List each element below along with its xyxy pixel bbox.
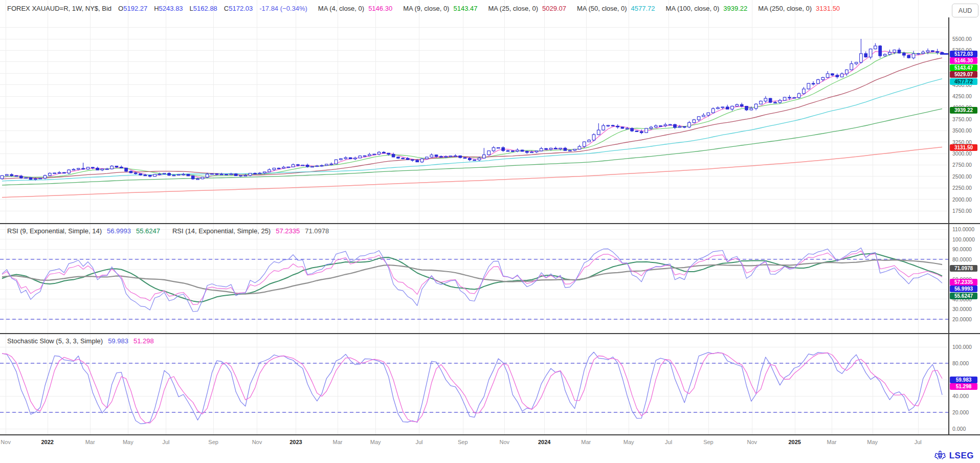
stoch-k-value: 59.983 [108,337,128,345]
rsi14-ma-value: 71.0978 [305,227,329,235]
axis-value-badge: 59.983 [950,377,977,383]
stochastic-legend: Stochastic Slow (5, 3, 3, Simple) 59.983… [7,337,154,345]
value-axis-label: 100.000 [952,344,972,350]
time-axis-label: 2022 [41,439,53,445]
time-axis[interactable]: Nov2022MarMayJulSepNov2023MarMayJulSepNo… [0,435,948,450]
lseg-crest-icon [933,450,947,461]
value-axis-label: 2250.00 [952,185,972,191]
rsi14-value: 57.2335 [276,227,300,235]
time-axis-label: Jul [665,439,672,445]
high-value: H5243.83 [154,5,183,12]
time-axis-label: Sep [703,439,714,445]
value-axis-label: 40.000 [952,393,969,399]
time-axis-label: Jul [415,439,422,445]
rsi9-title[interactable]: RSI (9, Exponential, Simple, 14) [7,227,102,235]
time-axis-label: May [123,439,133,445]
value-axis-label: 4250.00 [952,93,972,99]
price-axis-line [948,17,949,434]
value-axis-label: 3750.00 [952,116,972,122]
low-value: L5162.88 [190,5,217,12]
stochastic-title[interactable]: Stochastic Slow (5, 3, 3, Simple) [7,337,103,345]
stoch-d-value: 51.298 [133,337,154,345]
value-axis-label: 80.0000 [952,256,972,262]
time-axis-label: Jul [162,439,169,445]
value-axis-label: 2500.00 [952,173,972,180]
ma-legend-9[interactable]: MA (9, close, 0)5143.47 [403,5,477,12]
axis-value-badge: 5146.30 [950,57,977,64]
panel-separator[interactable] [0,333,980,334]
value-axis-label: 90.0000 [952,246,972,252]
value-axis-label: 3500.00 [952,127,972,134]
value-axis-label: 2750.00 [952,162,972,168]
axis-value-badge: 55.6247 [950,293,977,299]
value-axis-label: 3000.00 [952,150,972,157]
lseg-wordmark: LSEG [949,451,974,461]
time-axis-label: Nov [252,439,262,445]
change-value: -17.84 (−0.34%) [259,5,307,12]
lseg-logo: LSEG [933,450,974,461]
axis-value-badge: 3131.50 [950,144,977,151]
value-axis-label: 110.0000 [952,226,974,232]
value-axis-label: 20.0000 [952,316,972,322]
time-axis-label: Jul [915,439,922,445]
ma-legend-100[interactable]: MA (100, close, 0)3939.22 [666,5,748,12]
open-value: O5192.27 [118,5,147,12]
time-axis-label: Nov [500,439,510,445]
axis-value-badge: 71.0978 [950,265,977,272]
rsi9-ma-value: 55.6247 [136,227,160,235]
value-axis-label: 2000.00 [952,196,972,203]
axis-value-badge: 3939.22 [950,107,977,114]
chart-legend: FOREX XAUAUD=R, 1W, NY$, Bid O5192.27 H5… [7,5,840,12]
rsi-legend: RSI (9, Exponential, Simple, 14) 56.9993… [7,227,329,235]
stochastic-panel[interactable] [0,334,948,434]
time-axis-label: Sep [458,439,468,445]
value-axis-label: 30.0000 [952,306,972,312]
axis-value-badge: 56.9993 [950,285,977,292]
rsi14-title[interactable]: RSI (14, Exponential, Simple, 25) [172,227,271,235]
time-axis-label: Mar [827,439,836,445]
value-axis-label: 0.000 [952,426,966,432]
ma-legend-50[interactable]: MA (50, close, 0)4577.72 [577,5,655,12]
axis-value-badge: 5143.47 [950,64,977,71]
time-axis-label: May [370,439,381,445]
axis-value-badge: 51.298 [950,383,977,390]
axis-value-badge: 4577.72 [950,78,977,85]
close-value: C5172.03 [224,5,253,12]
currency-unit-button[interactable]: AUD [952,4,978,17]
panel-separator[interactable] [0,223,980,224]
rsi9-value: 56.9993 [107,227,131,235]
time-axis-label: Nov [747,439,757,445]
time-axis-label: May [623,439,634,445]
value-axis-label: 20.000 [952,409,969,415]
ma-legend-4[interactable]: MA (4, close, 0)5146.30 [318,5,392,12]
time-axis-label: Mar [581,439,591,445]
ma-legend-25[interactable]: MA (25, close, 0)5029.07 [488,5,566,12]
time-axis-label: 2023 [289,439,302,445]
time-axis-label: Mar [333,439,343,445]
instrument-title[interactable]: FOREX XAUAUD=R, 1W, NY$, Bid [7,5,112,12]
value-axis-label: 1750.00 [952,208,972,214]
lseg-chart-app: 5500.005250.005000.004750.004500.004250.… [0,0,980,463]
price-chart-panel[interactable] [0,17,948,224]
value-axis-label: 80.000 [952,360,969,366]
value-axis-label: 5500.00 [952,36,972,42]
time-axis-label: Sep [208,439,218,445]
value-axis-label: 100.0000 [952,236,975,242]
axis-value-badge: 57.2335 [950,279,977,285]
time-axis-label: May [867,439,878,445]
rsi-panel[interactable] [0,224,948,334]
axis-value-badge: 5172.03 [950,51,977,57]
time-axis-label: Mar [85,439,95,445]
time-axis-label: Nov [1,439,11,445]
time-axis-label: 2025 [788,439,800,445]
ma-legend-250[interactable]: MA (250, close, 0)3131.50 [758,5,840,12]
axis-value-badge: 5029.07 [950,71,977,78]
time-axis-label: 2024 [538,439,550,445]
